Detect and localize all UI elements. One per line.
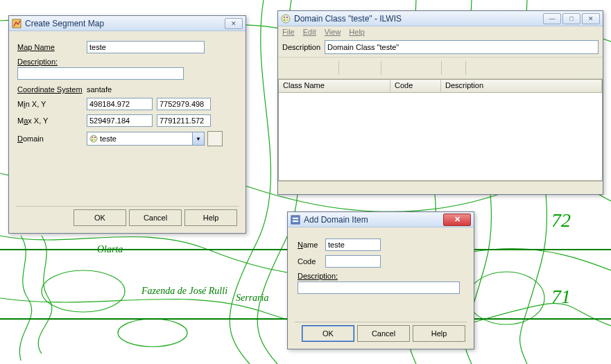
name-input[interactable]: [325, 239, 381, 251]
titlebar[interactable]: Domain Class "teste" - ILWIS ― □ ✕: [278, 11, 603, 26]
col-class-name[interactable]: Class Name: [279, 80, 390, 92]
svg-point-16: [286, 16, 288, 17]
svg-point-11: [92, 139, 93, 141]
tb-copy[interactable]: [343, 60, 359, 76]
minimize-icon: ―: [549, 15, 556, 22]
window-title: Domain Class "teste" - ILWIS: [294, 14, 542, 24]
svg-rect-42: [291, 216, 300, 224]
chevron-down-icon: ▼: [192, 132, 204, 145]
map-gridnum-72: 72: [551, 209, 571, 232]
close-icon: ✕: [454, 215, 461, 224]
map-name-input[interactable]: [87, 41, 205, 53]
col-description[interactable]: Description: [441, 80, 602, 92]
description-input[interactable]: [298, 281, 460, 294]
coord-sys-value: santafe: [87, 85, 112, 94]
code-label: Code: [298, 257, 325, 266]
palette-icon: [89, 135, 98, 143]
svg-rect-7: [12, 19, 21, 28]
cancel-button[interactable]: Cancel: [357, 325, 410, 342]
min-x-input[interactable]: [87, 98, 153, 110]
palette-icon: [281, 14, 291, 24]
maximize-button[interactable]: □: [562, 13, 580, 24]
dialog-icon: [291, 215, 300, 225]
segment-map-icon: [12, 19, 21, 28]
map-label-fazenda: Fazenda de José Rulli: [141, 286, 227, 297]
close-icon: ✕: [231, 20, 236, 27]
window-title: Add Domain Item: [304, 215, 443, 225]
minimize-button[interactable]: ―: [543, 13, 561, 24]
svg-point-10: [94, 137, 96, 138]
map-name-label: Map Name: [17, 43, 87, 51]
description-label: Description:: [298, 272, 338, 280]
menu-help[interactable]: Help: [349, 28, 365, 36]
description-label: Description: [282, 43, 320, 51]
add-domain-item-window: Add Domain Item ✕ Name Code Description:…: [287, 211, 474, 349]
svg-point-17: [284, 19, 285, 20]
ok-button[interactable]: OK: [302, 325, 354, 342]
description-label: Description:: [17, 58, 58, 66]
svg-point-18: [286, 19, 288, 20]
map-label-olarta: Olarta: [97, 244, 123, 255]
window-title: Create Segment Map: [25, 19, 223, 28]
svg-point-14: [282, 15, 290, 23]
toolbar: AZ az: [278, 57, 603, 79]
domain-value: teste: [100, 135, 192, 143]
description-input[interactable]: [325, 40, 599, 54]
tb-colors[interactable]: [300, 60, 317, 76]
svg-rect-44: [293, 220, 298, 222]
titlebar[interactable]: Add Domain Item ✕: [288, 212, 474, 227]
domain-dropdown[interactable]: teste ▼: [87, 132, 205, 146]
coord-sys-label: Coordinate System: [17, 85, 87, 94]
svg-rect-43: [293, 218, 298, 219]
close-icon: ✕: [588, 15, 594, 22]
map-label-serraria: Serraria: [236, 293, 268, 304]
close-button[interactable]: ✕: [582, 13, 600, 24]
close-button[interactable]: ✕: [225, 18, 243, 29]
name-label: Name: [298, 241, 325, 249]
help-button[interactable]: Help: [413, 325, 465, 342]
minxy-label: Min X, Y: [17, 100, 87, 108]
tb-representation[interactable]: [445, 60, 462, 76]
tb-edit[interactable]: [282, 60, 299, 76]
domain-items-grid[interactable]: Class Name Code Description: [278, 79, 603, 181]
min-y-input[interactable]: [157, 98, 211, 110]
ok-button[interactable]: OK: [74, 209, 126, 226]
domain-class-window: Domain Class "teste" - ILWIS ― □ ✕ File …: [277, 10, 603, 195]
tb-sort-za[interactable]: az: [403, 60, 420, 76]
map-gridnum-71: 71: [551, 286, 571, 308]
help-button[interactable]: Help: [184, 209, 237, 226]
menu-file[interactable]: File: [282, 28, 295, 36]
svg-point-8: [90, 135, 97, 142]
max-y-input[interactable]: [157, 114, 211, 127]
maxxy-label: Max X, Y: [17, 116, 87, 125]
max-x-input[interactable]: [87, 114, 153, 127]
maximize-icon: □: [569, 15, 573, 22]
create-domain-button[interactable]: [207, 131, 223, 146]
titlebar[interactable]: Create Segment Map ✕: [9, 16, 246, 31]
code-input[interactable]: [325, 255, 381, 268]
col-code[interactable]: Code: [390, 80, 441, 92]
menubar: File Edit View Help: [278, 26, 603, 37]
menu-view[interactable]: View: [325, 28, 341, 36]
close-button[interactable]: ✕: [443, 214, 471, 226]
tb-sort-az[interactable]: AZ: [385, 60, 402, 76]
tb-print[interactable]: [470, 60, 486, 76]
svg-point-9: [92, 137, 93, 138]
domain-label: Domain: [17, 135, 87, 143]
description-input[interactable]: [17, 67, 184, 80]
statusbar: [278, 181, 603, 194]
create-segment-map-window: Create Segment Map ✕ Map Name Descriptio…: [8, 15, 246, 234]
svg-point-12: [94, 139, 96, 141]
cancel-button[interactable]: Cancel: [129, 209, 182, 226]
tb-paste[interactable]: [361, 60, 377, 76]
svg-point-15: [284, 16, 285, 17]
menu-edit[interactable]: Edit: [303, 28, 316, 36]
tb-sort-manual[interactable]: [421, 60, 438, 76]
tb-repr[interactable]: [318, 60, 335, 76]
